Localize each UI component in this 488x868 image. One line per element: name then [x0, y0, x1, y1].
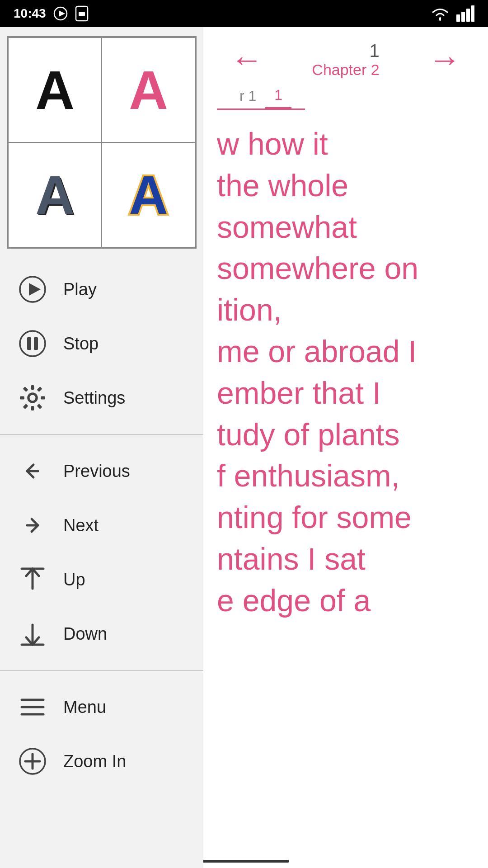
font-letter-black: A: [35, 63, 75, 117]
chapter-info: 1 Chapter 2: [312, 41, 379, 79]
sim-card-icon: [75, 5, 89, 22]
svg-rect-18: [20, 396, 24, 400]
font-cell-gold[interactable]: A: [102, 142, 195, 247]
menu-label: Menu: [63, 698, 106, 717]
stop-menu-item[interactable]: Stop: [0, 316, 203, 371]
play-label: Play: [63, 280, 97, 299]
down-menu-item[interactable]: Down: [0, 607, 203, 661]
svg-rect-15: [31, 385, 34, 390]
svg-point-10: [20, 331, 45, 356]
main-content: A A A A Play: [0, 27, 488, 868]
svg-rect-17: [41, 396, 45, 400]
stop-label: Stop: [63, 334, 99, 354]
svg-rect-7: [471, 5, 474, 22]
arrow-down-icon: [18, 619, 47, 648]
menu-section-bottom: Menu Zoom In: [0, 675, 203, 793]
svg-rect-3: [79, 12, 85, 16]
svg-rect-4: [456, 14, 460, 22]
previous-label: Previous: [63, 462, 130, 481]
arrow-up-icon: [18, 565, 47, 594]
up-menu-item[interactable]: Up: [0, 552, 203, 607]
svg-marker-9: [29, 283, 41, 296]
divider-1: [0, 434, 203, 435]
font-cell-pink[interactable]: A: [102, 38, 195, 142]
up-label: Up: [63, 570, 85, 590]
divider-2: [0, 670, 203, 671]
menu-hamburger-icon: [18, 693, 47, 722]
svg-rect-21: [37, 404, 42, 409]
font-grid: A A A A: [7, 36, 197, 249]
font-cell-dark3d[interactable]: A: [8, 142, 102, 247]
pause-icon: [18, 329, 47, 358]
svg-rect-6: [466, 9, 470, 22]
next-label: Next: [63, 516, 99, 535]
status-bar: 10:43: [0, 0, 488, 27]
menu-section-nav: Previous Next Up: [0, 439, 203, 665]
forward-arrow[interactable]: →: [428, 41, 461, 78]
status-right: [430, 5, 474, 22]
play-menu-item[interactable]: Play: [0, 262, 203, 316]
font-letter-gold: A: [129, 168, 168, 222]
settings-label: Settings: [63, 388, 125, 408]
play-icon: [18, 275, 47, 304]
menu-menu-item[interactable]: Menu: [0, 680, 203, 734]
zoom-in-menu-item[interactable]: Zoom In: [0, 734, 203, 788]
svg-marker-1: [59, 10, 65, 17]
chapter-label: Chapter 2: [312, 61, 379, 79]
svg-rect-16: [31, 406, 34, 410]
svg-rect-11: [27, 337, 31, 350]
status-left: 10:43: [14, 5, 89, 22]
svg-rect-20: [23, 404, 28, 409]
font-cell-black[interactable]: A: [8, 38, 102, 142]
gear-icon: [18, 383, 47, 412]
time-display: 10:43: [14, 6, 46, 21]
reader-content: ← 1 Chapter 2 → r 1 1 w how it the whole…: [203, 27, 488, 868]
reader-tabs: r 1 1: [217, 83, 305, 110]
font-letter-dark3d: A: [35, 168, 75, 222]
svg-rect-5: [461, 12, 465, 22]
settings-menu-item[interactable]: Settings: [0, 371, 203, 425]
back-arrow[interactable]: ←: [230, 41, 263, 78]
previous-menu-item[interactable]: Previous: [0, 444, 203, 498]
tab-r1[interactable]: r 1: [230, 84, 265, 108]
chapter-number: 1: [312, 41, 379, 61]
down-label: Down: [63, 624, 107, 644]
svg-rect-12: [34, 337, 38, 350]
font-letter-pink: A: [129, 63, 168, 117]
next-menu-item[interactable]: Next: [0, 498, 203, 552]
reader-text: w how it the whole somewhat somewhere on…: [217, 110, 474, 635]
zoom-in-label: Zoom In: [63, 752, 126, 771]
menu-section-top: Play Stop: [0, 258, 203, 429]
arrow-left-icon: [18, 457, 47, 486]
play-indicator-icon: [52, 5, 69, 22]
sidebar: A A A A Play: [0, 27, 203, 868]
wifi-icon: [430, 5, 450, 22]
reader-nav: ← 1 Chapter 2 →: [217, 36, 474, 79]
tab-1-active[interactable]: 1: [265, 83, 291, 108]
signal-icon: [456, 5, 474, 22]
arrow-right-icon: [18, 511, 47, 540]
plus-circle-icon: [18, 747, 47, 776]
